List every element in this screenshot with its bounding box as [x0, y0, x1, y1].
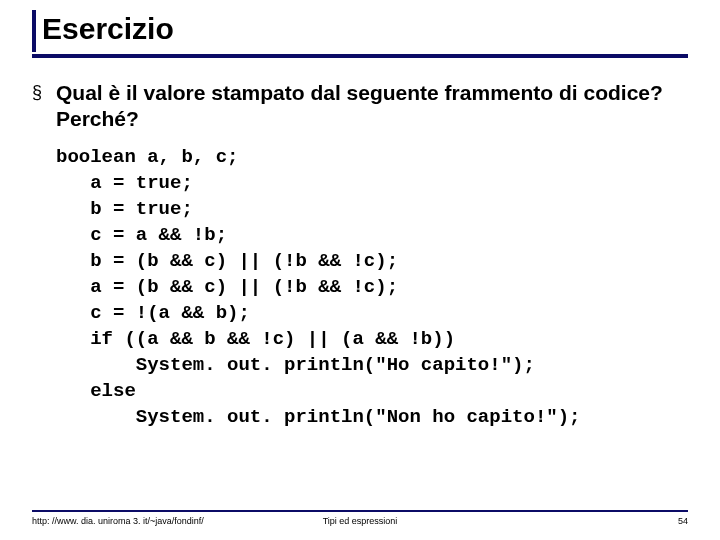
- code-block: boolean a, b, c; a = true; b = true; c =…: [56, 144, 680, 430]
- footer-url: http: //www. dia. uniroma 3. it/~java/fo…: [32, 516, 204, 526]
- slide-title: Esercizio: [42, 10, 688, 52]
- body: § Qual è il valore stampato dal seguente…: [32, 80, 680, 430]
- footer-line: [32, 510, 688, 512]
- footer-row: http: //www. dia. uniroma 3. it/~java/fo…: [32, 516, 688, 526]
- bullet-item: § Qual è il valore stampato dal seguente…: [32, 80, 680, 132]
- title-block: Esercizio: [32, 10, 688, 58]
- title-left-accent: Esercizio: [32, 10, 688, 52]
- question-text: Qual è il valore stampato dal seguente f…: [56, 80, 680, 132]
- bullet-glyph: §: [32, 80, 42, 104]
- title-underline: [32, 54, 688, 58]
- slide: Esercizio § Qual è il valore stampato da…: [0, 0, 720, 540]
- footer-page-number: 54: [678, 516, 688, 526]
- footer: http: //www. dia. uniroma 3. it/~java/fo…: [32, 510, 688, 526]
